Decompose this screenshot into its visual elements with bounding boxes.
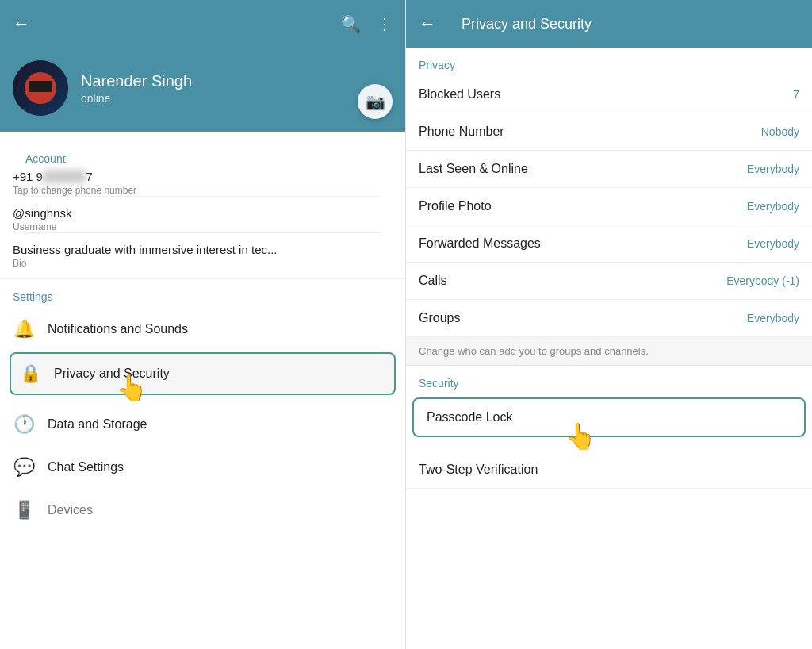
left-panel: ← 🔍 ⋮ Narender Singh online 📷 Account +9… <box>0 0 406 649</box>
account-bio[interactable]: Business graduate with immersive interes… <box>13 243 393 256</box>
account-phone-hint: Tap to change phone number <box>13 185 393 196</box>
profile-name: Narender Singh <box>81 72 393 90</box>
passcode-lock-item[interactable]: Passcode Lock <box>412 397 806 437</box>
account-label: Account <box>13 141 393 170</box>
calls-item[interactable]: Calls Everybody (-1) <box>406 263 812 300</box>
account-section: Account +91 9■■■■■■7 Tap to change phone… <box>0 132 405 279</box>
search-icon[interactable]: 🔍 <box>341 14 361 33</box>
calls-label: Calls <box>419 274 447 288</box>
menu-item-notifications[interactable]: 🔔 Notifications and Sounds <box>0 308 405 351</box>
chat-settings-label: Chat Settings <box>48 460 124 474</box>
blocked-users-label: Blocked Users <box>419 87 500 102</box>
phone-number-value: Nobody <box>761 125 799 138</box>
clock-icon: 🕐 <box>13 414 35 435</box>
profile-section: Narender Singh online 📷 <box>0 48 405 132</box>
passcode-lock-label: Passcode Lock <box>427 410 513 424</box>
menu-item-devices[interactable]: 📱 Devices <box>0 489 405 532</box>
right-header-title: Privacy and Security <box>449 0 604 48</box>
account-username[interactable]: @singhnsk <box>13 206 393 220</box>
groups-item[interactable]: Groups Everybody <box>406 300 812 337</box>
notifications-label: Notifications and Sounds <box>48 322 188 336</box>
forwarded-messages-label: Forwarded Messages <box>419 236 541 251</box>
left-header: ← 🔍 ⋮ <box>0 0 405 48</box>
settings-section: Settings 🔔 Notifications and Sounds 🔒 Pr… <box>0 279 405 532</box>
header-icons: 🔍 ⋮ <box>341 14 393 33</box>
groups-value: Everybody <box>747 312 799 324</box>
blocked-users-value: 7 <box>793 88 799 101</box>
device-icon: 📱 <box>13 500 35 520</box>
forwarded-messages-item[interactable]: Forwarded Messages Everybody <box>406 225 812 263</box>
settings-label: Settings <box>0 279 405 308</box>
last-seen-value: Everybody <box>747 163 799 175</box>
menu-icon[interactable]: ⋮ <box>377 14 393 33</box>
groups-label: Groups <box>419 311 460 325</box>
menu-item-chat[interactable]: 💬 Chat Settings <box>0 446 405 489</box>
back-icon[interactable]: ← <box>13 13 30 34</box>
profile-photo-label: Profile Photo <box>419 199 492 213</box>
profile-photo-item[interactable]: Profile Photo Everybody <box>406 188 812 225</box>
camera-button[interactable]: 📷 <box>358 84 393 119</box>
right-header: ← Privacy and Security <box>406 0 812 48</box>
two-step-label: Two-Step Verification <box>419 463 538 477</box>
devices-label: Devices <box>48 503 93 517</box>
lock-icon: 🔒 <box>19 363 41 384</box>
account-phone[interactable]: +91 9■■■■■■7 <box>13 170 393 183</box>
security-section-label: Security <box>406 366 812 394</box>
chat-icon: 💬 <box>13 457 35 478</box>
groups-hint: Change who can add you to groups and cha… <box>406 337 812 366</box>
data-storage-label: Data and Storage <box>48 417 147 432</box>
account-bio-hint: Bio <box>13 258 393 269</box>
last-seen-item[interactable]: Last Seen & Online Everybody <box>406 151 812 188</box>
profile-photo-value: Everybody <box>747 200 799 213</box>
right-panel: ← Privacy and Security Privacy Blocked U… <box>406 0 812 649</box>
menu-item-data[interactable]: 🕐 Data and Storage <box>0 403 405 446</box>
avatar-inner <box>13 60 68 116</box>
calls-value: Everybody (-1) <box>726 275 799 287</box>
blocked-users-item[interactable]: Blocked Users 7 <box>406 76 812 113</box>
two-step-item[interactable]: Two-Step Verification <box>406 451 812 489</box>
avatar <box>13 60 68 116</box>
phone-number-label: Phone Number <box>419 125 504 139</box>
right-back-icon[interactable]: ← <box>419 13 436 34</box>
profile-status: online <box>81 92 393 105</box>
profile-info: Narender Singh online <box>81 72 393 105</box>
account-username-hint: Username <box>13 221 393 232</box>
forwarded-messages-value: Everybody <box>747 237 799 250</box>
privacy-section-label: Privacy <box>406 48 812 76</box>
bell-icon: 🔔 <box>13 319 35 340</box>
phone-number-item[interactable]: Phone Number Nobody <box>406 113 812 151</box>
menu-item-privacy[interactable]: 🔒 Privacy and Security <box>10 352 396 395</box>
privacy-label: Privacy and Security <box>54 367 170 381</box>
last-seen-label: Last Seen & Online <box>419 162 528 176</box>
